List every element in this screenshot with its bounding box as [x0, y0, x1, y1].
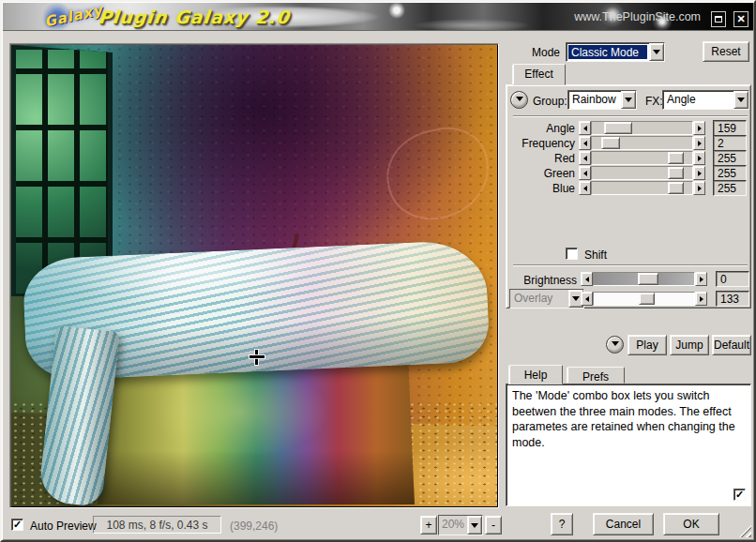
frequency-label: Frequency [506, 137, 575, 150]
resize-grip[interactable] [739, 525, 751, 537]
help-button[interactable]: ? [551, 513, 573, 535]
slider-track[interactable] [591, 166, 693, 180]
arrow-right-icon[interactable] [693, 136, 705, 150]
blue-value[interactable]: 255 [713, 180, 747, 196]
group-dropdown-button[interactable] [621, 91, 636, 109]
fx-label: FX: [645, 95, 663, 108]
group-selected-value: Rainbow [568, 91, 621, 109]
frequency-row: Frequency 2 [506, 136, 751, 151]
arrow-right-icon[interactable] [693, 151, 705, 165]
maximize-button[interactable] [711, 11, 726, 27]
help-panel: The 'Mode' combo box lets you switch bee… [506, 384, 751, 506]
arrow-left-icon[interactable] [581, 272, 593, 286]
zoom-in-button[interactable]: + [420, 516, 437, 534]
arrow-left-icon[interactable] [579, 166, 591, 180]
green-value[interactable]: 255 [713, 165, 747, 181]
slider-thumb[interactable] [668, 152, 684, 164]
zoom-dropdown-button[interactable] [467, 516, 482, 534]
arrow-left-icon[interactable] [579, 151, 591, 165]
arrow-left-icon[interactable] [581, 292, 593, 306]
menu-down-icon [516, 97, 523, 105]
arrow-right-icon[interactable] [695, 272, 707, 286]
slider-track[interactable] [591, 121, 693, 135]
group-menu-button[interactable] [510, 91, 528, 109]
auto-preview-label: Auto Preview [30, 519, 97, 533]
reset-button[interactable]: Reset [703, 41, 749, 62]
trunk-box [98, 362, 415, 504]
auto-preview-checkbox[interactable]: ✓ [11, 519, 23, 531]
slider-track[interactable] [591, 136, 693, 150]
website-link[interactable]: www.ThePluginSite.com [574, 10, 701, 23]
tab-help-label: Help [524, 369, 548, 382]
fx-dropdown-button[interactable] [733, 91, 748, 109]
crosshair-cursor-icon [249, 350, 265, 365]
arrow-left-icon[interactable] [579, 181, 591, 195]
arrow-right-icon[interactable] [693, 166, 705, 180]
play-menu-button[interactable] [606, 336, 624, 354]
fx-combobox[interactable]: Angle [662, 90, 749, 110]
mode-combobox[interactable]: Classic Mode [566, 42, 665, 62]
menu-down-icon [612, 341, 619, 350]
slider-thumb[interactable] [604, 122, 632, 134]
tab-help[interactable]: Help [508, 365, 563, 384]
frequency-value[interactable]: 2 [713, 135, 747, 151]
chevron-down-icon [471, 523, 478, 532]
slider-track[interactable] [593, 292, 695, 306]
arrow-left-icon[interactable] [579, 121, 591, 135]
overlay-combobox[interactable]: Overlay [509, 289, 584, 309]
red-slider[interactable] [579, 151, 705, 165]
tab-prefs-label: Prefs [582, 370, 609, 384]
chevron-down-icon [572, 296, 580, 305]
overlay-amount-slider[interactable] [581, 292, 707, 306]
tab-prefs[interactable]: Prefs [567, 367, 625, 384]
slider-thumb[interactable] [638, 273, 658, 285]
ok-button[interactable]: OK [663, 513, 719, 535]
frequency-slider[interactable] [579, 136, 705, 150]
close-button[interactable]: ✕ [733, 11, 748, 27]
arrow-right-icon[interactable] [693, 121, 705, 135]
angle-row: Angle 159 [506, 121, 751, 136]
red-label: Red [506, 152, 575, 165]
zoom-level-combobox[interactable]: 20% [438, 515, 483, 535]
green-slider[interactable] [579, 166, 705, 180]
chevron-down-icon [625, 98, 632, 106]
slider-track[interactable] [591, 151, 693, 165]
red-value[interactable]: 255 [713, 150, 747, 166]
tab-effect[interactable]: Effect [512, 64, 566, 85]
arrow-left-icon[interactable] [579, 136, 591, 150]
brightness-value[interactable]: 0 [716, 271, 749, 287]
blue-slider[interactable] [579, 181, 705, 195]
group-combobox[interactable]: Rainbow [567, 90, 637, 110]
angle-slider[interactable] [579, 121, 705, 135]
check-icon: ✓ [735, 489, 744, 500]
overlay-selected-value: Overlay [510, 290, 568, 308]
brightness-slider[interactable] [581, 272, 707, 286]
slider-thumb[interactable] [668, 167, 684, 179]
brightness-label: Brightness [506, 274, 577, 287]
plugin-galaxy-dialog: Galaxy Plugin Galaxy 2.0 www.ThePluginSi… [0, 0, 756, 542]
mode-dropdown-button[interactable] [649, 43, 664, 61]
ok-label: OK [683, 518, 699, 531]
slider-track[interactable] [591, 181, 693, 195]
default-button[interactable]: Default [712, 335, 751, 355]
chevron-down-icon [737, 98, 745, 106]
overlay-amount-value[interactable]: 133 [716, 291, 749, 307]
maximize-icon [715, 16, 722, 23]
shift-checkbox[interactable]: ✓ [566, 248, 578, 260]
jump-button[interactable]: Jump [670, 335, 709, 355]
arrow-right-icon[interactable] [693, 181, 705, 195]
jump-label: Jump [675, 339, 703, 352]
arrow-right-icon[interactable] [695, 292, 707, 306]
minus-icon: - [491, 519, 495, 532]
play-button[interactable]: Play [627, 335, 667, 355]
preview-area[interactable] [9, 43, 499, 508]
slider-thumb[interactable] [668, 182, 684, 194]
slider-thumb[interactable] [639, 293, 655, 305]
slider-thumb[interactable] [601, 137, 620, 149]
cancel-button[interactable]: Cancel [593, 513, 654, 535]
angle-value[interactable]: 159 [713, 120, 747, 136]
help-checkbox[interactable]: ✓ [733, 489, 746, 501]
zoom-out-button[interactable]: - [485, 516, 502, 534]
slider-track[interactable] [593, 272, 695, 286]
titlebar[interactable]: Galaxy Plugin Galaxy 2.0 www.ThePluginSi… [3, 3, 753, 31]
